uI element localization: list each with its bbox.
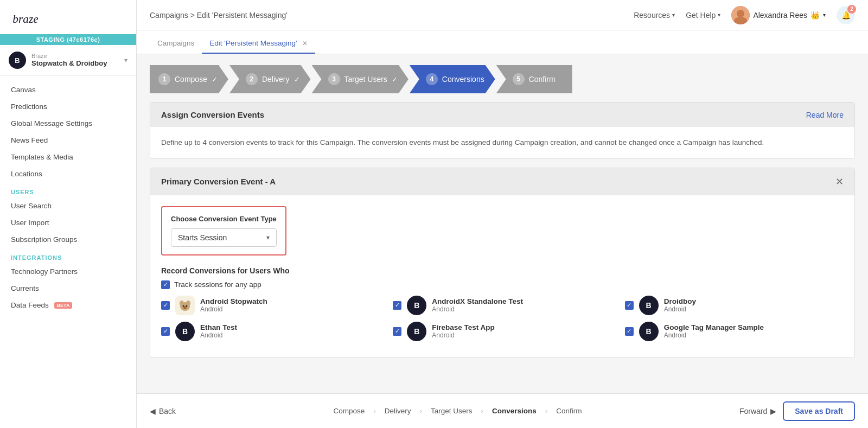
topbar: Campaigns > Edit 'Persistent Messaging' …	[137, 0, 868, 30]
app-info-androidx-standalone: AndroidX Standalone Test Android	[432, 297, 523, 313]
tab-close-icon[interactable]: ✕	[302, 40, 308, 47]
braze-logo-svg: braze	[11, 10, 54, 27]
user-menu[interactable]: Alexandra Rees 👑 ▾	[731, 6, 826, 24]
wizard-step-target-users[interactable]: 3 Target Users ✓	[312, 65, 409, 93]
app-info-firebase-test: Firebase Test App Android	[432, 323, 495, 339]
app-item-firebase-test: B Firebase Test App Android	[393, 322, 611, 341]
username: Alexandra Rees	[753, 11, 807, 20]
app-checkbox-ethan-test[interactable]	[161, 327, 170, 336]
chevron-down-icon: ▾	[266, 234, 270, 241]
svg-point-7	[186, 301, 190, 306]
step-label-compose: Compose	[175, 75, 207, 84]
step-label-confirm: Confirm	[529, 75, 556, 84]
app-checkbox-firebase-test[interactable]	[393, 327, 401, 336]
sidebar-item-currents[interactable]: Currents	[0, 280, 136, 297]
svg-point-6	[180, 301, 184, 306]
sidebar-item-locations[interactable]: Locations	[0, 165, 136, 182]
app-name: Google Tag Manager Sample	[664, 323, 764, 331]
separator: ›	[545, 407, 548, 415]
app-icon-android-stopwatch	[175, 296, 195, 315]
logo: braze	[0, 0, 136, 34]
sidebar-item-global-message-settings[interactable]: Global Message Settings	[0, 115, 136, 132]
app-name: Firebase Test App	[432, 323, 495, 331]
account-switcher[interactable]: B Braze Stopwatch & Droidboy ▾	[0, 45, 136, 76]
track-any-app-row: Track sessions for any app	[161, 280, 844, 289]
tab-campaigns[interactable]: Campaigns	[150, 34, 202, 54]
separator: ›	[373, 407, 376, 415]
sidebar-item-subscription-groups[interactable]: Subscription Groups	[0, 231, 136, 248]
event-type-label: Choose Conversion Event Type	[171, 215, 277, 223]
app-icon-androidx-standalone: B	[407, 296, 426, 315]
wizard-step-conversions[interactable]: 4 Conversions	[410, 65, 495, 93]
svg-point-10	[186, 305, 188, 306]
sidebar-item-news-feed[interactable]: News Feed	[0, 132, 136, 149]
app-item-gtm-sample: B Google Tag Manager Sample Android	[625, 322, 844, 341]
primary-conversion-card: Primary Conversion Event - A ✕ Choose Co…	[150, 168, 855, 358]
content-area: 1 Compose ✓ 2 Delivery ✓ 3 Target Users …	[137, 54, 868, 393]
app-checkbox-gtm-sample[interactable]	[625, 327, 634, 336]
wizard: 1 Compose ✓ 2 Delivery ✓ 3 Target Users …	[150, 65, 855, 93]
checkmark-icon: ✓	[212, 75, 218, 84]
track-any-app-checkbox[interactable]	[161, 280, 170, 289]
app-name: Droidboy	[664, 297, 696, 305]
account-info: Braze Stopwatch & Droidboy	[31, 53, 124, 68]
record-conversions-section: Record Conversions for Users Who Track s…	[161, 266, 844, 347]
save-draft-button[interactable]: Save as Draft	[783, 401, 855, 421]
sidebar-item-templates-media[interactable]: Templates & Media	[0, 149, 136, 165]
tab-edit-persistent-messaging[interactable]: Edit 'Persistent Messaging' ✕	[202, 34, 315, 54]
staging-badge: STAGING (47c6176c)	[0, 34, 136, 45]
avatar-image	[731, 6, 750, 24]
sidebar-item-data-feeds[interactable]: Data Feeds BETA	[0, 297, 136, 314]
bottom-nav-confirm: Confirm	[556, 407, 582, 415]
assign-conversion-header: Assign Conversion Events Read More	[150, 103, 854, 127]
read-more-link[interactable]: Read More	[806, 111, 844, 119]
account-chevron-icon: ▾	[124, 56, 127, 64]
wizard-step-compose[interactable]: 1 Compose ✓	[150, 65, 228, 93]
crown-icon: 👑	[810, 11, 820, 20]
wizard-step-delivery[interactable]: 2 Delivery ✓	[229, 65, 311, 93]
notification-badge: 2	[847, 5, 856, 14]
app-info-ethan-test: Ethan Test Android	[200, 323, 237, 339]
app-icon-firebase-test: B	[407, 322, 426, 341]
sidebar-item-predictions[interactable]: Predictions	[0, 98, 136, 115]
notification-button[interactable]: 🔔 2	[837, 6, 855, 24]
app-item-androidx-standalone: B AndroidX Standalone Test Android	[393, 296, 611, 315]
integrations-section-title: INTEGRATIONS	[0, 248, 136, 263]
svg-point-9	[183, 305, 184, 306]
sidebar-item-technology-partners[interactable]: Technology Partners	[0, 263, 136, 280]
beta-badge: BETA	[54, 302, 73, 309]
app-name: Ethan Test	[200, 323, 237, 331]
forward-button[interactable]: Forward ▶	[739, 401, 776, 421]
resources-button[interactable]: Resources ▾	[634, 11, 675, 20]
app-name: Android Stopwatch	[200, 297, 267, 305]
close-button[interactable]: ✕	[835, 176, 844, 188]
wizard-step-confirm[interactable]: 5 Confirm	[496, 65, 572, 93]
sidebar-nav: Canvas Predictions Global Message Settin…	[0, 76, 136, 428]
app-checkbox-droidboy[interactable]	[625, 301, 634, 310]
app-item-ethan-test: B Ethan Test Android	[161, 322, 380, 341]
app-name: AndroidX Standalone Test	[432, 297, 523, 305]
app-info-droidboy: Droidboy Android	[664, 297, 696, 313]
app-icon-droidboy: B	[639, 296, 659, 315]
sidebar-item-user-search[interactable]: User Search	[0, 197, 136, 214]
event-type-select[interactable]: Starts Session ▾	[171, 228, 277, 247]
app-info-gtm-sample: Google Tag Manager Sample Android	[664, 323, 764, 339]
checkmark-icon: ✓	[294, 75, 300, 84]
back-button[interactable]: ◀ Back	[150, 407, 176, 416]
app-icon-gtm-sample: B	[639, 322, 659, 341]
app-checkbox-android-stopwatch[interactable]	[161, 301, 170, 310]
tabs-bar: Campaigns Edit 'Persistent Messaging' ✕	[137, 30, 868, 54]
primary-conversion-header: Primary Conversion Event - A ✕	[150, 168, 854, 195]
separator: ›	[481, 407, 484, 415]
app-platform: Android	[432, 331, 495, 339]
sidebar-item-user-import[interactable]: User Import	[0, 214, 136, 231]
dog-icon	[175, 296, 195, 315]
assign-conversion-title: Assign Conversion Events	[161, 110, 264, 119]
app-platform: Android	[200, 331, 237, 339]
checkmark-icon: ✓	[392, 75, 398, 84]
get-help-button[interactable]: Get Help ▾	[686, 11, 720, 20]
sidebar: braze STAGING (47c6176c) B Braze Stopwat…	[0, 0, 137, 428]
sidebar-item-canvas[interactable]: Canvas	[0, 81, 136, 98]
step-num-4: 4	[426, 73, 438, 85]
app-checkbox-androidx-standalone[interactable]	[393, 301, 401, 310]
